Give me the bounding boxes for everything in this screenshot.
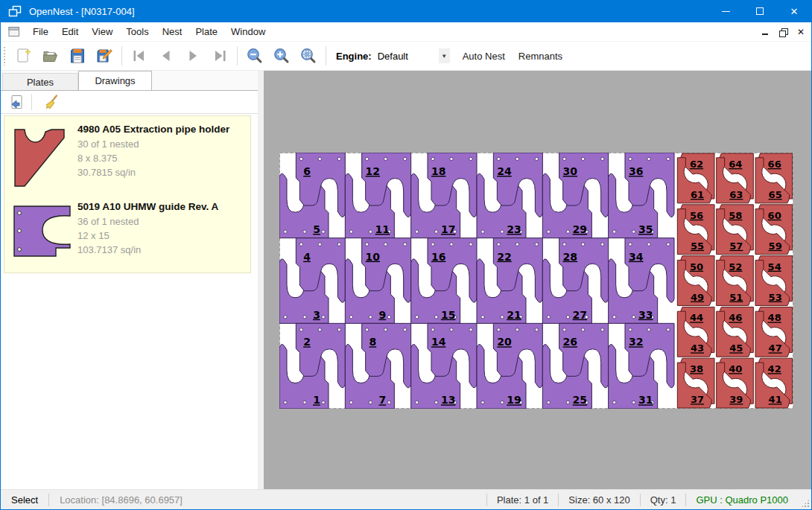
part-number: 8 <box>369 336 376 348</box>
part-number: 15 <box>441 309 455 321</box>
engine-dropdown-button[interactable]: ▼ <box>439 48 450 63</box>
part-number: 25 <box>573 394 587 406</box>
part-number: 37 <box>691 394 704 405</box>
nav-next-icon <box>184 47 202 65</box>
part-number: 35 <box>638 223 653 235</box>
save-button[interactable] <box>64 43 91 68</box>
nav-last-button[interactable] <box>206 43 233 68</box>
zoom-in-button[interactable] <box>268 43 295 68</box>
part-number: 57 <box>729 240 743 252</box>
engine-label: Engine: <box>336 51 372 62</box>
plate-qty: Qty: 1 <box>641 494 686 506</box>
new-button[interactable] <box>10 43 37 68</box>
close-button[interactable]: ✕ <box>777 0 811 22</box>
drawing-area: 30.7815 sq/in <box>77 165 229 179</box>
panel-splitter[interactable] <box>258 71 264 489</box>
main-toolbar: Engine: Default ▼ Auto Nest Remnants <box>1 42 811 71</box>
nest-canvas[interactable]: 6512111817242330293635431091615222128273… <box>264 71 811 489</box>
part-number: 60 <box>768 210 781 221</box>
toolbar-grip[interactable] <box>3 46 6 66</box>
maximize-button[interactable] <box>743 0 777 22</box>
drawing-item[interactable]: 4980 A05 Extraction pipe holder30 of 1 n… <box>4 119 250 197</box>
nav-prev-button[interactable] <box>153 43 180 68</box>
plate[interactable]: 6512111817242330293635431091615222128273… <box>279 153 793 409</box>
part-number: 66 <box>768 159 781 170</box>
part-number: 16 <box>431 251 445 263</box>
part-number: 11 <box>375 223 390 235</box>
clean-button[interactable] <box>40 92 63 112</box>
part-number: 4 <box>303 251 311 263</box>
menu-item-nest[interactable]: Nest <box>156 23 189 40</box>
remnants-button[interactable]: Remnants <box>512 45 569 68</box>
part-number: 32 <box>629 336 643 348</box>
resize-grip[interactable] <box>801 499 810 508</box>
part-number: 38 <box>690 363 703 374</box>
part-number: 24 <box>497 165 512 177</box>
part-number: 59 <box>769 240 782 252</box>
part-number: 36 <box>629 165 643 177</box>
drawings-panel: 4980 A05 Extraction pipe holder30 of 1 n… <box>1 90 258 489</box>
part-number: 33 <box>638 309 653 321</box>
nav-next-button[interactable] <box>180 43 206 68</box>
part-number: 6 <box>303 165 311 177</box>
part-number: 51 <box>729 292 743 303</box>
part-number: 7 <box>378 394 386 406</box>
part-number: 2 <box>303 336 311 348</box>
minimize-icon <box>722 11 730 12</box>
title-bar: OpenNest - [N0317-004] ✕ <box>1 0 811 22</box>
drawings-toolbar <box>1 91 258 114</box>
part-number: 40 <box>729 363 742 374</box>
part-number: 3 <box>313 309 320 321</box>
part-number: 31 <box>638 394 653 406</box>
mdi-minimize-button[interactable] <box>759 26 771 38</box>
part-number: 52 <box>729 261 742 272</box>
nav-first-button[interactable] <box>126 43 153 68</box>
side-panel: Plates Drawings 4980 A0 <box>1 71 258 489</box>
menu-item-view[interactable]: View <box>85 23 119 40</box>
mdi-restore-icon <box>779 28 787 36</box>
tab-plates[interactable]: Plates <box>2 73 78 90</box>
menu-item-tools[interactable]: Tools <box>119 23 155 40</box>
mdi-close-button[interactable]: ✕ <box>795 26 807 38</box>
drawing-nested-count: 36 of 1 nested <box>77 214 218 229</box>
app-icon <box>8 5 22 17</box>
part-number: 14 <box>431 336 446 348</box>
auto-nest-button[interactable]: Auto Nest <box>456 45 512 68</box>
import-drawing-button[interactable] <box>5 92 28 112</box>
save-icon <box>69 47 86 65</box>
part-number: 53 <box>769 292 782 303</box>
part-number: 63 <box>729 189 743 200</box>
zoom-in-icon <box>273 47 291 65</box>
document-window-icon <box>8 26 20 37</box>
menu-item-file[interactable]: File <box>26 23 55 40</box>
zoom-out-icon <box>246 47 264 65</box>
part-number: 29 <box>573 223 587 235</box>
zoom-out-button[interactable] <box>241 43 268 68</box>
menu-item-plate[interactable]: Plate <box>188 23 224 40</box>
zoom-fit-button[interactable] <box>295 43 322 68</box>
open-button[interactable] <box>37 43 64 68</box>
menu-item-edit[interactable]: Edit <box>55 23 85 40</box>
part-number: 42 <box>768 363 781 374</box>
save-as-button[interactable] <box>91 43 118 68</box>
close-icon: ✕ <box>790 7 799 16</box>
part-number: 45 <box>729 342 743 354</box>
part-thumbnail-purple <box>12 204 73 259</box>
menu-bar: FileEditViewToolsNestPlateWindow ✕ <box>1 22 811 42</box>
engine-combo[interactable]: Default <box>376 48 439 64</box>
drawing-size: 8 x 8.375 <box>77 151 229 165</box>
minimize-button[interactable] <box>708 0 743 22</box>
part-number: 34 <box>629 251 644 263</box>
part-number: 56 <box>690 210 703 221</box>
part-number: 62 <box>690 159 703 170</box>
toolbar-separator <box>326 46 326 66</box>
toolbar-separator <box>237 46 238 66</box>
part-number: 58 <box>729 210 742 221</box>
tab-drawings[interactable]: Drawings <box>78 71 152 90</box>
part-number: 23 <box>507 223 521 235</box>
part-number: 22 <box>497 251 511 263</box>
drawing-item[interactable]: 5019 A10 UHMW guide Rev. A36 of 1 nested… <box>4 197 250 265</box>
part-number: 5 <box>313 223 320 235</box>
mdi-restore-button[interactable] <box>777 26 789 38</box>
menu-item-window[interactable]: Window <box>224 23 272 40</box>
